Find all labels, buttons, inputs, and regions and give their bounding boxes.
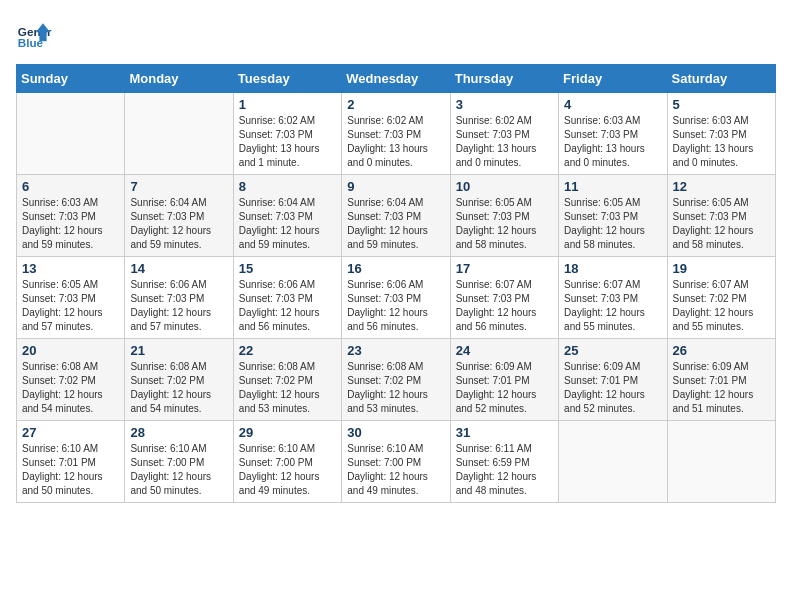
day-number: 5 [673,97,770,112]
day-info: Sunrise: 6:08 AM Sunset: 7:02 PM Dayligh… [347,360,444,416]
day-number: 25 [564,343,661,358]
day-info: Sunrise: 6:04 AM Sunset: 7:03 PM Dayligh… [130,196,227,252]
day-info: Sunrise: 6:08 AM Sunset: 7:02 PM Dayligh… [22,360,119,416]
day-number: 15 [239,261,336,276]
day-info: Sunrise: 6:06 AM Sunset: 7:03 PM Dayligh… [347,278,444,334]
day-number: 24 [456,343,553,358]
day-cell-12: 12Sunrise: 6:05 AM Sunset: 7:03 PM Dayli… [667,175,775,257]
day-info: Sunrise: 6:09 AM Sunset: 7:01 PM Dayligh… [673,360,770,416]
empty-cell [125,93,233,175]
day-info: Sunrise: 6:10 AM Sunset: 7:00 PM Dayligh… [239,442,336,498]
day-cell-9: 9Sunrise: 6:04 AM Sunset: 7:03 PM Daylig… [342,175,450,257]
day-cell-1: 1Sunrise: 6:02 AM Sunset: 7:03 PM Daylig… [233,93,341,175]
day-number: 19 [673,261,770,276]
day-cell-22: 22Sunrise: 6:08 AM Sunset: 7:02 PM Dayli… [233,339,341,421]
day-cell-19: 19Sunrise: 6:07 AM Sunset: 7:02 PM Dayli… [667,257,775,339]
weekday-header-friday: Friday [559,65,667,93]
day-info: Sunrise: 6:09 AM Sunset: 7:01 PM Dayligh… [564,360,661,416]
empty-cell [17,93,125,175]
weekday-header-tuesday: Tuesday [233,65,341,93]
day-number: 29 [239,425,336,440]
day-number: 1 [239,97,336,112]
day-cell-31: 31Sunrise: 6:11 AM Sunset: 6:59 PM Dayli… [450,421,558,503]
week-row-5: 27Sunrise: 6:10 AM Sunset: 7:01 PM Dayli… [17,421,776,503]
day-number: 4 [564,97,661,112]
day-info: Sunrise: 6:03 AM Sunset: 7:03 PM Dayligh… [22,196,119,252]
day-cell-21: 21Sunrise: 6:08 AM Sunset: 7:02 PM Dayli… [125,339,233,421]
day-cell-3: 3Sunrise: 6:02 AM Sunset: 7:03 PM Daylig… [450,93,558,175]
day-info: Sunrise: 6:10 AM Sunset: 7:00 PM Dayligh… [347,442,444,498]
day-cell-6: 6Sunrise: 6:03 AM Sunset: 7:03 PM Daylig… [17,175,125,257]
weekday-header-saturday: Saturday [667,65,775,93]
day-info: Sunrise: 6:04 AM Sunset: 7:03 PM Dayligh… [347,196,444,252]
logo-icon: General Blue [16,16,52,52]
day-number: 31 [456,425,553,440]
day-cell-27: 27Sunrise: 6:10 AM Sunset: 7:01 PM Dayli… [17,421,125,503]
day-info: Sunrise: 6:10 AM Sunset: 7:01 PM Dayligh… [22,442,119,498]
logo: General Blue [16,16,56,52]
week-row-1: 1Sunrise: 6:02 AM Sunset: 7:03 PM Daylig… [17,93,776,175]
day-info: Sunrise: 6:05 AM Sunset: 7:03 PM Dayligh… [456,196,553,252]
weekday-header-wednesday: Wednesday [342,65,450,93]
day-info: Sunrise: 6:02 AM Sunset: 7:03 PM Dayligh… [456,114,553,170]
day-info: Sunrise: 6:03 AM Sunset: 7:03 PM Dayligh… [673,114,770,170]
day-info: Sunrise: 6:04 AM Sunset: 7:03 PM Dayligh… [239,196,336,252]
weekday-header-monday: Monday [125,65,233,93]
week-row-2: 6Sunrise: 6:03 AM Sunset: 7:03 PM Daylig… [17,175,776,257]
day-cell-14: 14Sunrise: 6:06 AM Sunset: 7:03 PM Dayli… [125,257,233,339]
day-cell-26: 26Sunrise: 6:09 AM Sunset: 7:01 PM Dayli… [667,339,775,421]
day-number: 2 [347,97,444,112]
day-number: 17 [456,261,553,276]
day-cell-10: 10Sunrise: 6:05 AM Sunset: 7:03 PM Dayli… [450,175,558,257]
day-info: Sunrise: 6:02 AM Sunset: 7:03 PM Dayligh… [347,114,444,170]
day-info: Sunrise: 6:03 AM Sunset: 7:03 PM Dayligh… [564,114,661,170]
day-info: Sunrise: 6:05 AM Sunset: 7:03 PM Dayligh… [564,196,661,252]
day-cell-28: 28Sunrise: 6:10 AM Sunset: 7:00 PM Dayli… [125,421,233,503]
day-number: 8 [239,179,336,194]
day-cell-24: 24Sunrise: 6:09 AM Sunset: 7:01 PM Dayli… [450,339,558,421]
day-number: 12 [673,179,770,194]
day-cell-16: 16Sunrise: 6:06 AM Sunset: 7:03 PM Dayli… [342,257,450,339]
day-info: Sunrise: 6:09 AM Sunset: 7:01 PM Dayligh… [456,360,553,416]
day-number: 13 [22,261,119,276]
day-cell-13: 13Sunrise: 6:05 AM Sunset: 7:03 PM Dayli… [17,257,125,339]
day-cell-7: 7Sunrise: 6:04 AM Sunset: 7:03 PM Daylig… [125,175,233,257]
day-number: 28 [130,425,227,440]
day-info: Sunrise: 6:02 AM Sunset: 7:03 PM Dayligh… [239,114,336,170]
day-info: Sunrise: 6:11 AM Sunset: 6:59 PM Dayligh… [456,442,553,498]
day-number: 10 [456,179,553,194]
day-number: 21 [130,343,227,358]
day-number: 18 [564,261,661,276]
day-number: 20 [22,343,119,358]
day-info: Sunrise: 6:08 AM Sunset: 7:02 PM Dayligh… [130,360,227,416]
day-number: 16 [347,261,444,276]
day-cell-15: 15Sunrise: 6:06 AM Sunset: 7:03 PM Dayli… [233,257,341,339]
day-cell-17: 17Sunrise: 6:07 AM Sunset: 7:03 PM Dayli… [450,257,558,339]
day-info: Sunrise: 6:07 AM Sunset: 7:02 PM Dayligh… [673,278,770,334]
day-number: 7 [130,179,227,194]
day-number: 30 [347,425,444,440]
day-number: 9 [347,179,444,194]
day-number: 26 [673,343,770,358]
day-number: 27 [22,425,119,440]
page-header: General Blue [16,16,776,52]
day-info: Sunrise: 6:07 AM Sunset: 7:03 PM Dayligh… [564,278,661,334]
day-number: 14 [130,261,227,276]
weekday-header-thursday: Thursday [450,65,558,93]
day-number: 11 [564,179,661,194]
day-info: Sunrise: 6:07 AM Sunset: 7:03 PM Dayligh… [456,278,553,334]
day-info: Sunrise: 6:05 AM Sunset: 7:03 PM Dayligh… [22,278,119,334]
day-cell-8: 8Sunrise: 6:04 AM Sunset: 7:03 PM Daylig… [233,175,341,257]
day-info: Sunrise: 6:06 AM Sunset: 7:03 PM Dayligh… [130,278,227,334]
day-number: 6 [22,179,119,194]
day-info: Sunrise: 6:08 AM Sunset: 7:02 PM Dayligh… [239,360,336,416]
day-cell-18: 18Sunrise: 6:07 AM Sunset: 7:03 PM Dayli… [559,257,667,339]
week-row-4: 20Sunrise: 6:08 AM Sunset: 7:02 PM Dayli… [17,339,776,421]
day-number: 22 [239,343,336,358]
day-cell-2: 2Sunrise: 6:02 AM Sunset: 7:03 PM Daylig… [342,93,450,175]
empty-cell [667,421,775,503]
day-cell-25: 25Sunrise: 6:09 AM Sunset: 7:01 PM Dayli… [559,339,667,421]
day-info: Sunrise: 6:05 AM Sunset: 7:03 PM Dayligh… [673,196,770,252]
day-cell-29: 29Sunrise: 6:10 AM Sunset: 7:00 PM Dayli… [233,421,341,503]
day-cell-23: 23Sunrise: 6:08 AM Sunset: 7:02 PM Dayli… [342,339,450,421]
